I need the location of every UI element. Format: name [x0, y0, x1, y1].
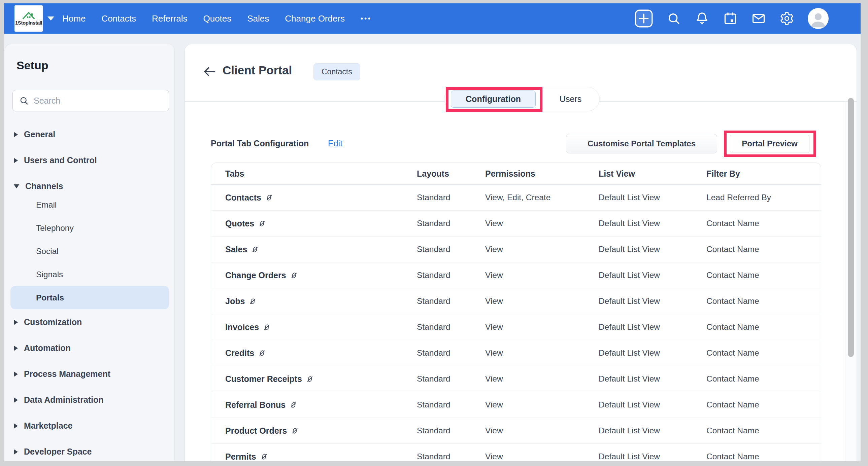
- unlink-icon: [306, 375, 314, 383]
- sidebar-item-telephony[interactable]: Telephony: [5, 217, 175, 239]
- layout-cell: Standard: [417, 374, 485, 384]
- logo-house-icon: [22, 11, 36, 20]
- notifications-bell-icon[interactable]: [694, 11, 709, 26]
- column-header-tabs: Tabs: [211, 169, 417, 179]
- list-view-cell: Default List View: [599, 374, 706, 384]
- list-view-cell: Default List View: [599, 322, 706, 332]
- layout-cell: Standard: [417, 348, 485, 358]
- primary-nav: HomeContactsReferralsQuotesSalesChange O…: [62, 13, 345, 24]
- app-window: 1StopInstall HomeContactsReferralsQuotes…: [4, 3, 861, 461]
- tab-name-cell: Customer Receipts: [211, 374, 417, 384]
- sidebar-item-portals[interactable]: Portals: [10, 286, 169, 309]
- sidebar-item-general[interactable]: General: [5, 122, 175, 147]
- nav-item-contacts[interactable]: Contacts: [101, 13, 136, 24]
- filter-by-cell: Contact Name: [706, 452, 821, 461]
- permissions-cell: View: [485, 400, 599, 409]
- table-row-customer-receipts: Customer ReceiptsStandardViewDefault Lis…: [211, 366, 821, 392]
- chevron-right-icon: [14, 449, 18, 455]
- permissions-cell: View: [485, 270, 599, 280]
- nav-more-button[interactable]: •••: [361, 15, 372, 23]
- tab-name-cell: Product Orders: [211, 426, 417, 436]
- edit-link[interactable]: Edit: [328, 139, 342, 148]
- unlink-icon: [291, 427, 299, 435]
- table-body: ContactsStandardView, Edit, CreateDefaul…: [211, 185, 821, 461]
- table-row-invoices: InvoicesStandardViewDefault List ViewCon…: [211, 314, 821, 340]
- sidebar-item-developer-space[interactable]: Developer Space: [5, 439, 175, 461]
- nav-item-referrals[interactable]: Referrals: [152, 13, 187, 24]
- nav-item-home[interactable]: Home: [62, 13, 86, 24]
- chevron-right-icon: [14, 132, 18, 137]
- tab-users[interactable]: Users: [542, 87, 599, 111]
- create-plus-icon[interactable]: [635, 9, 653, 28]
- sidebar-item-label: Social: [36, 246, 59, 256]
- nav-item-change-orders[interactable]: Change Orders: [285, 13, 345, 24]
- sidebar-item-social[interactable]: Social: [5, 239, 175, 263]
- layout-cell: Standard: [417, 270, 485, 280]
- sidebar-item-users-and-control[interactable]: Users and Control: [5, 147, 175, 173]
- topbar-actions: [635, 8, 829, 29]
- tab-name-cell: Referral Bonus: [211, 400, 417, 410]
- sidebar-item-label: Telephony: [36, 224, 74, 233]
- company-logo[interactable]: 1StopInstall: [14, 5, 43, 32]
- portal-tab-configuration-table: TabsLayoutsPermissionsList ViewFilter By…: [211, 163, 821, 461]
- search-icon[interactable]: [666, 11, 681, 26]
- nav-item-sales[interactable]: Sales: [247, 13, 269, 24]
- column-header-layouts: Layouts: [417, 169, 485, 179]
- filter-by-cell: Contact Name: [706, 322, 821, 332]
- tab-configuration[interactable]: Configuration: [451, 91, 536, 108]
- filter-by-cell: Contact Name: [706, 296, 821, 306]
- sidebar-item-label: Marketplace: [24, 421, 73, 431]
- org-switcher-chevron-down-icon[interactable]: [48, 16, 54, 21]
- screenshot-frame: 1StopInstall HomeContactsReferralsQuotes…: [0, 0, 868, 466]
- back-arrow-icon[interactable]: [203, 66, 217, 79]
- settings-gear-icon[interactable]: [779, 11, 794, 26]
- sidebar-item-automation[interactable]: Automation: [5, 335, 175, 361]
- tab-name-cell: Change Orders: [211, 270, 417, 280]
- filter-by-cell: Contact Name: [706, 348, 821, 358]
- sidebar-item-process-management[interactable]: Process Management: [5, 361, 175, 387]
- sidebar-item-customization[interactable]: Customization: [5, 309, 175, 335]
- unlink-icon: [290, 271, 298, 279]
- sidebar-title: Setup: [17, 59, 48, 72]
- tab-name: Product Orders: [225, 426, 287, 436]
- portal-preview-button[interactable]: Portal Preview: [730, 135, 809, 153]
- sidebar-item-label: Email: [36, 200, 57, 210]
- user-avatar[interactable]: [808, 8, 829, 29]
- column-header-filter-by: Filter By: [706, 169, 821, 179]
- filter-by-cell: Contact Name: [706, 219, 821, 228]
- column-header-list-view: List View: [599, 169, 706, 179]
- tab-name: Invoices: [225, 322, 259, 332]
- chevron-down-icon: [14, 185, 19, 189]
- layout-cell: Standard: [417, 193, 485, 202]
- tab-name: Contacts: [225, 193, 261, 203]
- list-view-cell: Default List View: [599, 400, 706, 409]
- chevron-right-icon: [14, 158, 18, 163]
- layout-cell: Standard: [417, 296, 485, 306]
- sidebar-item-label: General: [24, 130, 55, 139]
- list-view-cell: Default List View: [599, 193, 706, 202]
- layout-cell: Standard: [417, 452, 485, 461]
- calendar-icon[interactable]: [723, 11, 738, 26]
- tab-name: Change Orders: [225, 270, 286, 280]
- setup-sidebar: Setup GeneralUsers and ControlChannelsEm…: [5, 44, 175, 461]
- section-title: Portal Tab Configuration: [211, 139, 309, 148]
- unlink-icon: [258, 349, 266, 357]
- nav-item-quotes[interactable]: Quotes: [203, 13, 231, 24]
- sidebar-item-email[interactable]: Email: [5, 193, 175, 217]
- sidebar-item-marketplace[interactable]: Marketplace: [5, 413, 175, 439]
- scrollbar-thumb[interactable]: [848, 98, 854, 357]
- sidebar-search-box[interactable]: [12, 90, 169, 111]
- table-row-jobs: JobsStandardViewDefault List ViewContact…: [211, 288, 821, 314]
- chevron-right-icon: [14, 397, 18, 403]
- unlink-icon: [263, 323, 271, 331]
- permissions-cell: View: [485, 219, 599, 228]
- tab-name: Sales: [225, 244, 247, 254]
- top-navigation-bar: 1StopInstall HomeContactsReferralsQuotes…: [4, 3, 861, 34]
- mail-icon[interactable]: [751, 11, 766, 26]
- sidebar-search-input[interactable]: [33, 96, 156, 106]
- sidebar-item-signals[interactable]: Signals: [5, 263, 175, 286]
- customise-portal-templates-button[interactable]: Customise Portal Templates: [566, 134, 717, 154]
- sidebar-item-data-administration[interactable]: Data Administration: [5, 387, 175, 413]
- column-header-permissions: Permissions: [485, 169, 599, 179]
- filter-by-cell: Contact Name: [706, 244, 821, 254]
